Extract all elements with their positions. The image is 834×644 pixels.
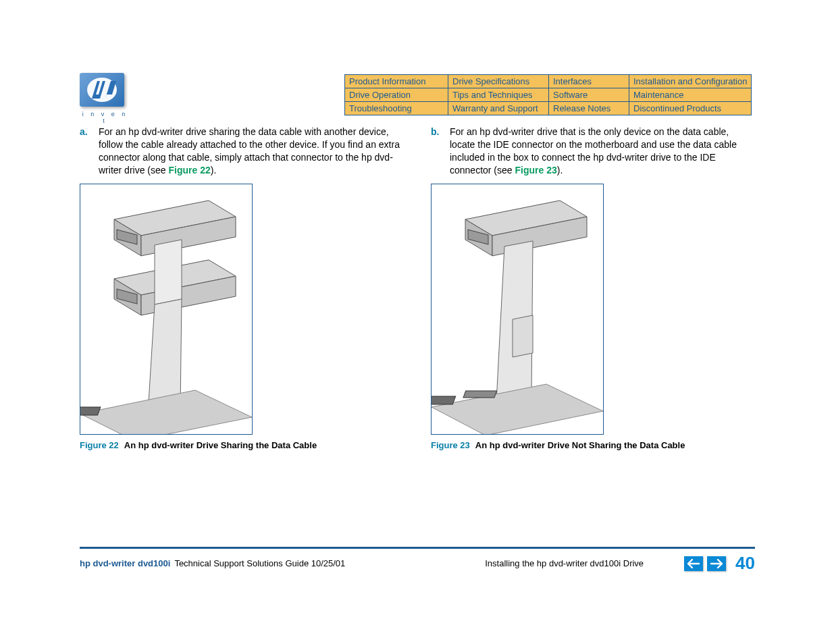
- next-page-button[interactable]: [707, 556, 726, 571]
- svg-marker-9: [80, 390, 252, 434]
- nav-warranty-and-support[interactable]: Warranty and Support: [448, 102, 549, 115]
- nav-troubleshooting[interactable]: Troubleshooting: [345, 102, 448, 115]
- page-nav-arrows: [684, 556, 726, 571]
- right-column: b. For an hp dvd-writer drive that is th…: [431, 126, 755, 450]
- step-b-text: For an hp dvd-writer drive that is the o…: [450, 126, 755, 177]
- figure-23-link[interactable]: Figure 23: [515, 165, 557, 176]
- footer-product: hp dvd-writer dvd100i: [80, 558, 170, 568]
- step-a-text: For an hp dvd-writer drive sharing the d…: [99, 126, 404, 177]
- step-a: a. For an hp dvd-writer drive sharing th…: [80, 126, 404, 177]
- svg-marker-15: [432, 384, 603, 434]
- nav-maintenance[interactable]: Maintenance: [629, 88, 752, 102]
- svg-rect-17: [463, 391, 497, 398]
- footer-section-title: Installing the hp dvd-writer dvd100i Dri…: [485, 558, 644, 568]
- nav-interfaces[interactable]: Interfaces: [549, 75, 629, 88]
- nav-drive-specifications[interactable]: Drive Specifications: [448, 75, 549, 88]
- figure-22-image: [80, 184, 253, 435]
- nav-drive-operation[interactable]: Drive Operation: [345, 88, 448, 102]
- nav-tips-and-techniques[interactable]: Tips and Techniques: [448, 88, 549, 102]
- step-b-letter: b.: [431, 126, 443, 177]
- step-b: b. For an hp dvd-writer drive that is th…: [431, 126, 755, 177]
- prev-page-button[interactable]: [684, 556, 703, 571]
- hp-logo-tagline: i n v e n t: [80, 111, 130, 124]
- footer-guide-title: Technical Support Solutions Guide 10/25/…: [174, 558, 345, 568]
- nav-link-table: Product Information Drive Specifications…: [344, 74, 752, 115]
- hp-logo: i n v e n t: [80, 73, 130, 124]
- page-footer: hp dvd-writer dvd100i Technical Support …: [80, 547, 755, 574]
- nav-release-notes[interactable]: Release Notes: [549, 102, 629, 115]
- figure-22-link[interactable]: Figure 22: [168, 165, 210, 176]
- figure-23-image: [431, 184, 604, 435]
- page-number: 40: [735, 553, 755, 574]
- left-column: a. For an hp dvd-writer drive sharing th…: [80, 126, 404, 450]
- figure-22-caption: Figure 22An hp dvd-writer Drive Sharing …: [80, 440, 404, 450]
- step-a-letter: a.: [80, 126, 92, 177]
- nav-installation-and-configuration[interactable]: Installation and Configuration: [629, 75, 752, 88]
- nav-software[interactable]: Software: [549, 88, 629, 102]
- nav-discontinued-products[interactable]: Discontinued Products: [629, 102, 752, 115]
- figure-23-caption: Figure 23An hp dvd-writer Drive Not Shar…: [431, 440, 755, 450]
- svg-rect-10: [80, 407, 101, 415]
- nav-product-information[interactable]: Product Information: [345, 75, 448, 88]
- svg-rect-16: [432, 396, 456, 404]
